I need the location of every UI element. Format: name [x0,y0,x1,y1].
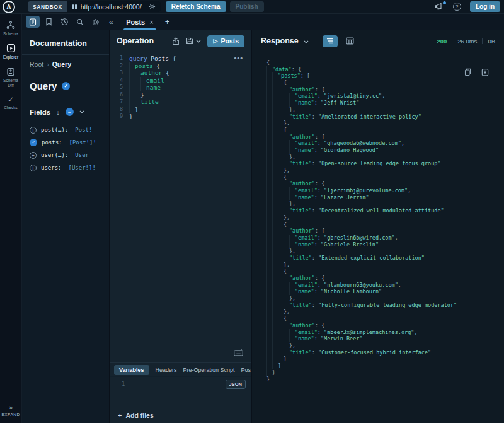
indent-guide [278,194,284,201]
response-json-viewer[interactable]: {"data": {"posts": [{"author": {"email":… [252,52,504,423]
code-token: : [318,329,324,336]
code-token: : { [315,322,324,329]
tab-posts[interactable]: Posts × [123,14,156,30]
saved-operations-bookmark-icon[interactable] [42,16,55,28]
response-json-line: }, [266,214,504,221]
field-row-users[interactable]: + users:[User!]! [30,161,103,174]
tree-view-icon[interactable] [323,35,338,47]
deselect-all-minus-icon[interactable]: − [66,108,74,116]
indent-guide [272,167,278,174]
code-token: : [312,349,318,356]
field-type[interactable]: User [75,152,89,158]
operations-panel-icon[interactable] [26,16,40,28]
field-row-posts[interactable]: ✓ posts:[Post!]! [30,136,103,149]
indent-guide [272,255,278,262]
indent-guide [284,302,289,309]
type-title: Query [30,81,57,91]
sort-arrow-down-icon[interactable]: ↓ [56,108,60,116]
table-view-icon[interactable] [343,35,358,47]
code-token: }, [284,167,290,174]
copy-response-icon[interactable] [464,68,471,76]
field-type[interactable]: [Post!]! [69,139,96,146]
chevron-down-icon[interactable] [304,40,309,43]
keyboard-shortcuts-icon[interactable] [234,349,243,356]
refetch-schema-button[interactable]: Refetch Schema [166,1,226,12]
collapse-panel-icon[interactable]: « [109,17,113,26]
publish-button[interactable]: Publish [230,1,264,12]
endpoint-url-box[interactable]: http://localhost:4000/ [67,1,161,12]
download-response-icon[interactable] [481,68,489,76]
sidebar-item-schema-diff[interactable]: Schema Diff [0,67,22,89]
code-token: { [284,268,287,275]
indent-guide [272,86,278,93]
response-json-line: }, [266,308,504,315]
expand-sidebar-button[interactable]: » EXPAND [1,404,20,417]
breadcrumb-root-link[interactable]: Root [30,61,43,68]
field-selected-check-icon[interactable]: ✓ [30,139,37,146]
add-files-button[interactable]: + Add files [110,407,251,423]
response-actions [464,68,489,76]
history-icon[interactable] [57,16,71,28]
code-token: : { [315,86,324,93]
indent-guide [266,329,272,336]
field-row-post[interactable]: + post(…):Post! [30,124,103,136]
indent-guide [135,84,140,91]
indent-guide [278,93,284,100]
indent-guide [272,147,278,154]
operation-menu-dots-icon[interactable]: ••• [234,55,243,61]
sidebar-item-checks[interactable]: ✓ Checks [0,96,22,110]
sidebar-item-schema[interactable]: Schema [0,21,22,37]
json-mode-badge[interactable]: JSON [226,380,246,389]
tab-close-icon[interactable]: × [149,18,153,26]
indent-guide [289,241,295,248]
explorer-settings-gear-icon[interactable] [89,16,103,28]
indent-guide [272,160,278,167]
tab-headers[interactable]: Headers [156,367,177,373]
search-icon[interactable] [73,16,87,28]
response-json-line: "name": "Lazare Jerrim" [266,194,504,201]
tab-post-operation-script[interactable]: Post-Operation Script [241,367,251,373]
add-field-plus-icon[interactable]: + [30,165,37,171]
save-operation-button[interactable] [186,37,201,45]
chevron-down-icon[interactable] [79,110,84,113]
new-tab-button[interactable]: + [165,17,170,26]
indent-guide [272,308,278,315]
field-type[interactable]: Post! [75,127,92,133]
indent-guide [278,86,284,93]
sidebar-item-explorer[interactable]: Explorer [0,43,22,60]
pause-polling-icon[interactable] [72,4,77,9]
connection-settings-gear-icon[interactable] [149,3,156,10]
share-operation-icon[interactable] [172,37,180,45]
code-token: posts [135,62,156,70]
indent-guide [272,180,278,187]
code-token: { [156,62,160,70]
response-json-line: "author": { [266,322,504,329]
endpoint-url-input[interactable]: http://localhost:4000/ [81,3,142,11]
indent-guide [278,282,284,289]
code-token: "Extended explicit collaboration" [318,255,425,262]
operation-code-line: 7title [110,98,251,106]
operation-editor[interactable]: 1query Posts {2posts {3author {4email5na… [110,52,251,362]
variables-editor[interactable]: 1 JSON [110,376,251,407]
response-json-line: { [266,268,504,275]
response-header: Response 200 26.0ms 0B [252,30,504,52]
help-icon[interactable]: ? [453,3,461,11]
announcements-megaphone-icon[interactable] [435,3,444,11]
field-row-user[interactable]: + user(…):User [30,149,103,161]
active-tab-underline [123,28,156,30]
tab-pre-operation-script[interactable]: Pre-Operation Script [183,367,235,373]
operation-bottom-tabs: Variables Headers Pre-Operation Script P… [110,362,251,376]
indent-guide [135,77,140,84]
indent-guide [278,167,284,174]
tab-variables[interactable]: Variables [114,365,149,375]
field-type[interactable]: [User!]! [69,165,96,171]
indent-guide [266,107,272,113]
add-field-plus-icon[interactable]: + [30,127,37,134]
code-token: } [135,106,139,113]
variables-line-number: 1 [122,381,125,387]
login-button[interactable]: Log in [470,1,500,12]
add-field-plus-icon[interactable]: + [30,152,37,159]
run-operation-button[interactable]: ▷ Posts [207,35,244,47]
indent-guide [272,100,278,107]
code-token: }, [284,120,290,127]
